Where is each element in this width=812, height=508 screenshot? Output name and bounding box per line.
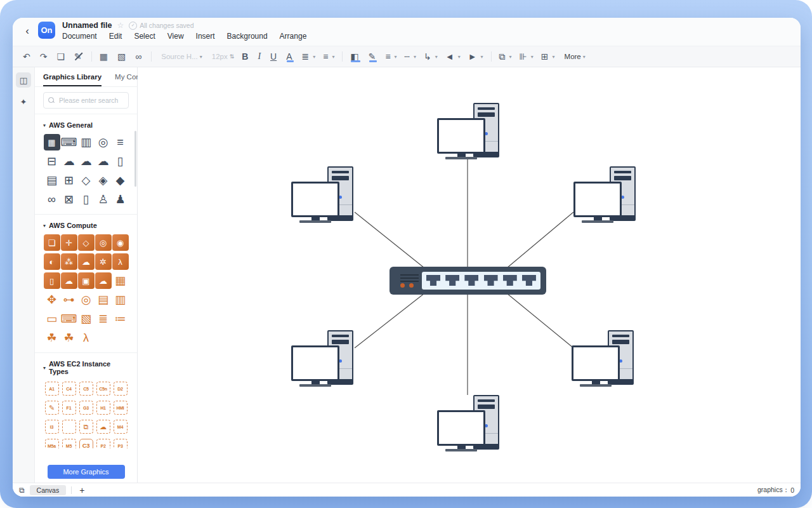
chevron-down-icon[interactable]: ▾ [583, 54, 586, 60]
documents-icon[interactable]: ≣ [95, 310, 112, 328]
toolbar-divider[interactable] [491, 51, 492, 62]
line-style-button[interactable]: ┄ ▾ [401, 49, 420, 64]
section-header-aws-compute[interactable]: ▾ AWS Compute [43, 222, 129, 229]
chip-p3[interactable]: P3 [112, 437, 129, 448]
chip-c5n[interactable]: C5n [95, 380, 112, 398]
chip-m5a[interactable]: M5a [43, 437, 60, 448]
vmware-icon[interactable]: ▣ [77, 272, 95, 290]
leaf-icon[interactable]: ☘ [43, 329, 60, 347]
connection-line[interactable] [355, 293, 424, 348]
search-input[interactable] [58, 96, 124, 105]
font-size-stepper[interactable]: 12px ⇅ [206, 49, 238, 64]
chip-hmi[interactable]: HMI [112, 399, 129, 417]
menu-background[interactable]: Background [227, 32, 268, 41]
chevron-down-icon[interactable]: ▾ [458, 54, 461, 60]
chip-d2[interactable]: D2 [112, 380, 129, 398]
media-player-icon[interactable]: ▤ [43, 171, 60, 189]
network-switch-node[interactable] [390, 267, 546, 295]
server-rack-icon[interactable]: ▥ [77, 133, 95, 151]
computer-lower-right[interactable] [572, 330, 635, 386]
fargate-icon[interactable]: ◎ [77, 291, 95, 309]
thinkbox-icon[interactable]: ☁ [60, 272, 77, 290]
document-title[interactable]: Unnamed file [62, 21, 112, 30]
computer-upper-right[interactable] [573, 166, 637, 222]
mobile-device-icon[interactable]: ▯ [112, 152, 129, 170]
chip-h1[interactable]: H1 [95, 399, 112, 417]
chevron-down-icon[interactable]: ▾ [481, 54, 483, 60]
checklist-icon[interactable]: ≔ [112, 310, 129, 328]
user-group-icon[interactable]: ♟ [112, 190, 129, 208]
chip-blank[interactable] [60, 418, 77, 436]
undo-button[interactable]: ↶ [19, 49, 36, 64]
office-building-icon[interactable]: ⊞ [60, 171, 77, 189]
lambda-icon[interactable]: λ [112, 253, 129, 271]
app-logo[interactable]: On [38, 22, 55, 39]
chevron-down-icon[interactable]: ▾ [332, 54, 334, 60]
terminal-icon[interactable]: ⌨ [60, 310, 77, 328]
section-header-aws-general[interactable]: ▾ AWS General [43, 121, 129, 129]
computer-upper-left[interactable] [291, 166, 355, 222]
computer-lower-left[interactable] [291, 330, 355, 386]
lightsail-icon[interactable]: ▯ [43, 272, 60, 290]
back-button[interactable]: ‹ [20, 24, 34, 38]
elastic-graphics-icon[interactable]: ✎ [43, 399, 60, 417]
chevron-down-icon[interactable]: ▾ [414, 54, 416, 60]
table-button[interactable]: ⊞ ▾ [537, 49, 559, 64]
toolbar-divider[interactable] [91, 51, 92, 62]
menu-select[interactable]: Select [134, 32, 155, 41]
shield-lock-icon[interactable]: ◆ [112, 171, 129, 189]
search-box[interactable] [43, 92, 129, 109]
elastic-ip-icon[interactable]: ⊶ [60, 291, 77, 309]
chevron-down-icon[interactable]: ▾ [395, 54, 397, 60]
instances-icon[interactable]: ⧉ [77, 418, 95, 436]
chevron-down-icon[interactable]: ▾ [313, 54, 315, 60]
ecs-icon[interactable]: ◉ [112, 234, 129, 251]
chevron-down-icon[interactable]: ▾ [509, 54, 512, 60]
chip-f1[interactable]: F1 [60, 399, 77, 417]
menu-document[interactable]: Document [62, 32, 97, 41]
connection-line[interactable] [507, 293, 573, 348]
more-graphics-button[interactable]: More Graphics [48, 465, 125, 479]
ec2-icon[interactable]: ❏ [43, 234, 60, 251]
credits-icon[interactable]: ∞ [43, 190, 60, 208]
clear-format-button[interactable]: ✎ [70, 49, 88, 64]
menu-view[interactable]: View [167, 32, 184, 41]
layers-icon[interactable]: ⧉ [19, 486, 25, 495]
insert-link-button[interactable]: ∞ [131, 49, 147, 64]
price-tag-icon[interactable]: ◇ [77, 171, 95, 189]
line-width-button[interactable]: ≡ ▾ [381, 49, 400, 64]
underline-button[interactable]: U [266, 49, 282, 64]
cloud-download-icon[interactable]: ☁ [77, 152, 95, 170]
compute-cloud-icon[interactable]: ☁ [77, 253, 95, 271]
chevron-down-icon[interactable]: ▾ [200, 54, 202, 60]
arrow-end-button[interactable]: ► ▾ [464, 49, 487, 64]
compute-grid-icon[interactable]: ▦ [112, 272, 129, 290]
computer-bottom[interactable] [437, 395, 501, 451]
fill-color-button[interactable]: ◧ [346, 49, 364, 64]
chip-c4[interactable]: C4 [60, 380, 77, 398]
connection-line[interactable] [355, 212, 424, 268]
section-header-aws-ec2[interactable]: ▾ AWS EC2 Instance Types [43, 360, 129, 375]
shapes-panel-icon[interactable]: ◫ [16, 72, 31, 88]
server-tower-icon[interactable]: ▯ [77, 190, 95, 208]
seedling-icon[interactable]: ☘ [60, 329, 77, 347]
disk-icon[interactable]: ◎ [95, 133, 112, 151]
chevron-down-icon[interactable]: ▾ [435, 54, 438, 60]
ai-wand-icon[interactable]: ✦ [16, 94, 31, 109]
chip-i3[interactable]: I3 [43, 418, 60, 436]
distribute-button[interactable]: ⊪ ▾ [516, 49, 537, 64]
insert-image-button[interactable]: ▧ [114, 49, 131, 64]
card-icon[interactable]: ▭ [43, 310, 60, 328]
connector-style-button[interactable]: ↳ ▾ [420, 49, 442, 64]
auto-scaling-icon[interactable]: ✛ [60, 234, 77, 251]
stepper-icon[interactable]: ⇅ [230, 53, 235, 60]
chip-g3[interactable]: G3 [77, 399, 95, 417]
chip-m5[interactable]: M5 [60, 437, 77, 448]
ami-icon[interactable]: ▧ [77, 310, 95, 328]
kubernetes-icon[interactable]: ✲ [95, 253, 112, 271]
database-icon[interactable]: ⊟ [43, 152, 60, 170]
storage-array-icon[interactable]: ≡ [112, 133, 129, 151]
container-icon[interactable]: ◇ [77, 234, 95, 251]
scaling-arrows-icon[interactable]: ✥ [43, 291, 60, 309]
panel-scrollbar[interactable] [134, 131, 136, 187]
